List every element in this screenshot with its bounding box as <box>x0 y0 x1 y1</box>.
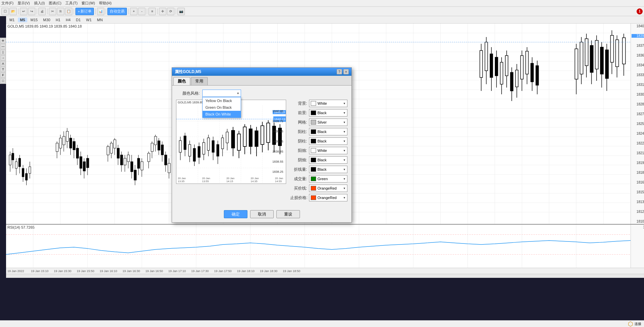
tf-w1[interactable]: W1 <box>84 18 94 22</box>
tf-m5[interactable]: M5 <box>18 18 27 22</box>
prop-fg: 前景: Black ▼ <box>290 109 347 117</box>
svg-rect-194 <box>212 140 214 152</box>
prop-stoploss-dropdown[interactable]: OrangeRed ▼ <box>309 194 347 201</box>
rsi-indicator: RSI(14) 57.7265 100 70 30 <box>6 224 644 268</box>
price-1827-15: 1827.15 <box>632 112 644 116</box>
svg-rect-93 <box>134 170 136 180</box>
tf-h1[interactable]: H1 <box>54 18 62 22</box>
open-btn[interactable]: 📂 <box>9 8 17 15</box>
menu-view[interactable]: 显示(V) <box>18 1 30 6</box>
svg-rect-151 <box>611 35 614 62</box>
prop-fg-dropdown[interactable]: Black ▼ <box>309 109 347 117</box>
toolbar: ☐ 📂 ↩ ↪ 🖨 ✂ ⎘ 📋 + 新订单 📊 自动交易 + - ≡ ✛ ⟳ 📷… <box>0 7 644 16</box>
prop-bull-body-dropdown[interactable]: Black ▼ <box>309 128 347 135</box>
svg-rect-57 <box>56 143 58 152</box>
prop-bg-dropdown[interactable]: White ▼ <box>309 100 347 107</box>
preview-price-axis: 1840.05 1839.75 1839.45 1839.15 1838.85 … <box>272 109 285 173</box>
cut-btn[interactable]: ✂ <box>49 8 56 15</box>
new-order-icon: + <box>78 9 80 13</box>
redo-btn[interactable]: ↪ <box>28 8 35 15</box>
tab-color[interactable]: 颜色 <box>173 77 190 85</box>
properties-dialog[interactable]: 属性GOLD,M5 ? × 颜色 常用 颜色风格: ▼ <box>172 67 352 223</box>
menu-chart[interactable]: 图表(C) <box>49 1 61 6</box>
cancel-button[interactable]: 取消 <box>250 210 274 218</box>
autoscroll-btn[interactable]: ⟳ <box>167 8 174 15</box>
prop-stoploss-value: OrangeRed <box>317 196 337 200</box>
prop-ask-dropdown[interactable]: OrangeRed ▼ <box>309 185 347 192</box>
style-option-2[interactable]: Black On White <box>203 111 241 118</box>
side-arrow[interactable]: → <box>0 55 6 61</box>
prop-line-vol-dropdown[interactable]: Black ▼ <box>309 166 347 173</box>
tf-m30[interactable]: M30 <box>41 18 52 22</box>
svg-rect-115 <box>485 42 488 71</box>
chart-scrollbar[interactable] <box>6 274 644 278</box>
dialog-footer: 确定 取消 重设 <box>172 207 351 222</box>
sep2 <box>37 8 37 14</box>
style-option-1[interactable]: Green On Black <box>203 104 241 111</box>
copy-btn[interactable]: ⎘ <box>57 8 64 15</box>
connection-label: 连接 <box>635 322 641 326</box>
auto-trade-btn[interactable]: 自动交易 <box>107 8 127 15</box>
tf-m1[interactable]: M1 <box>7 18 16 22</box>
menu-file[interactable]: 文件(F) <box>1 1 13 6</box>
price-1819-60: 1819.60 <box>632 161 644 165</box>
indicator-btn[interactable]: 📊 <box>97 8 104 15</box>
svg-rect-131 <box>526 51 528 74</box>
prop-bull-candle-swatch <box>311 148 316 153</box>
crosshair-btn[interactable]: ✛ <box>159 8 166 15</box>
reset-button[interactable]: 重设 <box>276 210 300 218</box>
prop-bull-candle-dropdown[interactable]: White ▼ <box>309 147 347 154</box>
menu-window[interactable]: 窗口(W) <box>81 1 95 6</box>
tf-mn[interactable]: MN <box>95 18 105 22</box>
new-order-btn[interactable]: + 新订单 <box>75 8 94 15</box>
svg-rect-107 <box>161 145 164 155</box>
svg-rect-67 <box>73 141 75 150</box>
side-label[interactable]: T <box>0 67 6 72</box>
prop-bg-arrow: ▼ <box>343 102 346 105</box>
color-style-dropdown[interactable]: ▼ <box>202 90 241 97</box>
prop-stoploss: 止损价格: OrangeRed ▼ <box>290 194 347 201</box>
chart-type-btn[interactable]: ≡ <box>148 8 156 15</box>
price-1836-25: 1836.25 <box>632 54 644 57</box>
style-option-0[interactable]: Yellow On Black <box>203 97 241 104</box>
paste-btn[interactable]: 📋 <box>65 8 72 15</box>
ok-button[interactable]: 确定 <box>224 210 247 218</box>
tf-d1[interactable]: D1 <box>74 18 83 22</box>
prop-grid-dropdown[interactable]: Silver ▼ <box>309 119 347 126</box>
menu-insert[interactable]: 插入(I) <box>34 1 45 6</box>
svg-rect-133 <box>531 63 534 82</box>
side-text[interactable]: A <box>0 61 6 66</box>
tf-h4[interactable]: H4 <box>64 18 72 22</box>
new-btn[interactable]: ☐ <box>1 8 9 15</box>
svg-rect-210 <box>255 131 258 146</box>
menu-help[interactable]: 帮助(H) <box>99 1 111 6</box>
svg-rect-196 <box>217 144 219 156</box>
side-fib[interactable]: F <box>0 72 6 78</box>
sep9 <box>157 8 158 14</box>
print-btn[interactable]: 🖨 <box>38 8 46 15</box>
side-crosshair[interactable]: ✛ <box>0 38 6 43</box>
style-dropdown-container: ▼ Yellow On Black Green On Black Black O… <box>202 90 241 97</box>
undo-btn[interactable]: ↩ <box>20 8 27 15</box>
style-options-popup[interactable]: Yellow On Black Green On Black Black On … <box>202 97 241 118</box>
dialog-help-btn[interactable]: ? <box>337 69 342 74</box>
prop-ask-arrow: ▼ <box>343 187 346 190</box>
menu-tools[interactable]: 工具(T) <box>65 1 77 6</box>
zoom-out-btn[interactable]: - <box>138 8 145 15</box>
price-1834-75: 1834.75 <box>632 63 644 67</box>
prop-bear-body-dropdown[interactable]: Black ▼ <box>309 137 347 145</box>
side-rect[interactable]: □ <box>0 78 6 84</box>
screenshot-btn[interactable]: 📷 <box>177 8 185 15</box>
zoom-in-btn[interactable]: + <box>130 8 137 15</box>
style-label: 颜色风格: <box>176 91 200 96</box>
side-hline[interactable]: | <box>0 50 6 55</box>
time-label-7: 19 Jan 17:10 <box>168 269 191 273</box>
dialog-close-btn[interactable]: × <box>343 69 349 74</box>
prop-bear-candle-dropdown[interactable]: Black ▼ <box>309 156 347 164</box>
tf-m15[interactable]: M15 <box>29 18 40 22</box>
prop-volume-arrow: ▼ <box>343 177 346 181</box>
side-line[interactable]: — <box>0 44 6 49</box>
prop-bear-candle: 阴烛: Black ▼ <box>290 156 347 164</box>
prop-volume-dropdown[interactable]: Green ▼ <box>309 175 347 183</box>
tab-common[interactable]: 常用 <box>191 77 208 85</box>
